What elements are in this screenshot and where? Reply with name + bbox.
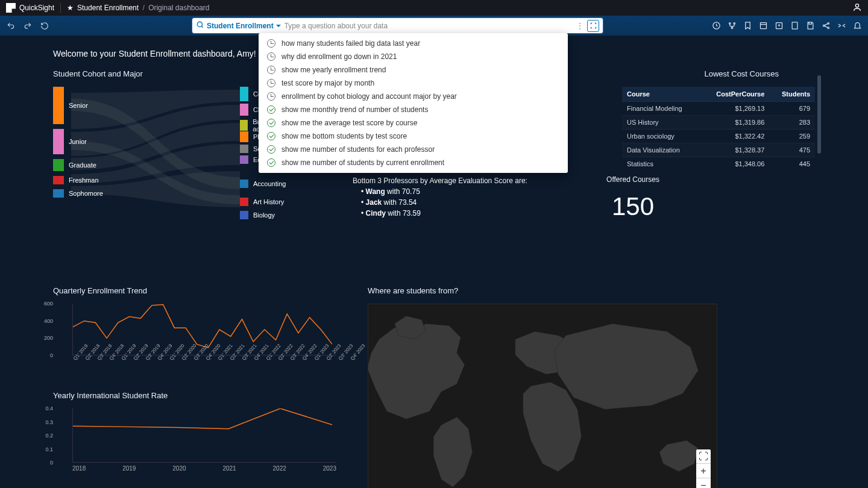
check-icon (267, 145, 275, 154)
table-row[interactable]: Urban sociology$1,322.42259 (622, 130, 815, 143)
kpi-offered-courses: Offered Courses 150 (597, 175, 669, 221)
suggestion-item[interactable]: why did enrollment go down in 2021 (259, 50, 568, 63)
major-label: Accounting (253, 180, 286, 187)
sheet-icon[interactable] (758, 21, 768, 31)
suggestion-item[interactable]: show me yearly enrollment trend (259, 63, 568, 77)
alert-icon[interactable] (852, 21, 862, 31)
kpi-value: 150 (597, 192, 669, 221)
favorite-star-icon[interactable]: ★ (67, 4, 74, 12)
export-icon[interactable] (774, 21, 784, 31)
insight-narrative: Bottom 3 Professors by Average Evaluatio… (353, 175, 527, 219)
reset-icon[interactable] (40, 21, 49, 31)
check-icon (267, 158, 275, 167)
cost-table-title: Lowest Cost Courses (622, 69, 779, 78)
clock-icon (267, 66, 275, 74)
svg-point-0 (855, 4, 858, 7)
share-icon[interactable] (821, 21, 831, 31)
suggestion-item[interactable]: enrollment by cohot biology and account … (259, 90, 568, 103)
major-label: Biology (253, 211, 275, 219)
table-row[interactable]: Statistics$1,348.06445 (622, 157, 815, 171)
map-zoom-out-button[interactable]: − (696, 478, 711, 488)
check-icon (267, 132, 275, 140)
clock-icon (267, 52, 275, 61)
suggestion-item[interactable]: show me number of students by current en… (259, 156, 568, 169)
suggestion-text: show me number of students by current en… (281, 158, 444, 167)
svg-point-3 (729, 23, 731, 25)
check-icon (267, 105, 275, 114)
suggestion-text: show me monthly trend of number of stude… (281, 105, 428, 114)
breadcrumb-root[interactable]: Student Enrollment (77, 4, 139, 12)
suggestion-item[interactable]: show me the average test score by course (259, 116, 568, 130)
col-students[interactable]: Students (769, 87, 815, 102)
user-menu-icon[interactable] (852, 2, 862, 14)
suggestion-text: how many students failed big data last y… (281, 39, 420, 48)
narrative-item: • Jack with 73.54 (353, 197, 527, 208)
suggestion-text: show me yearly enrollment trend (281, 66, 386, 74)
svg-point-1 (197, 22, 202, 27)
cohort-label: Graduate (69, 161, 96, 169)
undo-icon[interactable] (6, 21, 16, 31)
suggestion-item[interactable]: show me number of students for each prof… (259, 143, 568, 156)
cost-table[interactable]: Course CostPerCourse Students Financial … (622, 87, 815, 170)
svg-point-4 (734, 23, 735, 25)
map-fullscreen-icon[interactable]: ⛶ (696, 449, 711, 464)
world-map[interactable]: ⛶ + − Esri, HERE, Garmin, FAO, NOAA, USG… (368, 304, 717, 488)
col-course[interactable]: Course (622, 87, 700, 102)
q-menu-icon[interactable]: ⋮ (576, 22, 583, 30)
branch-icon[interactable] (727, 21, 737, 31)
cohort-label: Sophomore (69, 190, 103, 197)
col-cost[interactable]: CostPerCourse (700, 87, 769, 102)
chevron-down-icon[interactable] (276, 25, 281, 30)
save-icon[interactable] (805, 21, 815, 31)
suggestion-text: show me number of students for each prof… (281, 145, 435, 154)
suggestion-text: test score by major by month (281, 79, 374, 87)
svg-point-5 (731, 27, 733, 29)
table-row[interactable]: Data Visualization$1,328.37475 (622, 143, 815, 157)
suggestion-text: why did enrollment go down in 2021 (281, 52, 397, 61)
breadcrumb: Student Enrollment / Original dashboard (77, 4, 210, 12)
quicksight-logo[interactable]: QuickSight (6, 3, 54, 13)
q-icon (196, 20, 204, 31)
svg-point-9 (823, 25, 825, 27)
check-icon (267, 119, 275, 127)
quarterly-trend-chart[interactable]: Quarterly Enrollment Trend 0200400600 Q1… (53, 286, 336, 363)
map-title: Where are students from? (368, 286, 717, 295)
bookmark-icon[interactable] (743, 21, 752, 31)
app-name: QuickSight (19, 4, 54, 12)
major-label: Art History (253, 198, 284, 205)
breadcrumb-current[interactable]: Original dashboard (148, 4, 209, 13)
q-search-bar[interactable]: Student Enrollment Type a question about… (192, 17, 603, 34)
suggestion-item[interactable]: show me bottom students by test score (259, 130, 568, 143)
cohort-label: Freshman (69, 177, 99, 184)
scrollbar[interactable] (817, 75, 821, 154)
cohort-label: Senior (69, 102, 88, 109)
map-zoom-in-button[interactable]: + (696, 464, 711, 478)
yearly-rate-chart[interactable]: Yearly International Student Rate 00.10.… (53, 391, 336, 472)
table-row[interactable]: Financial Modeling$1,269.13679 (622, 102, 815, 116)
svg-point-11 (828, 27, 829, 29)
q-placeholder: Type a question about your data (285, 22, 576, 30)
print-icon[interactable] (790, 21, 799, 31)
table-row[interactable]: US History$1,319.86283 (622, 116, 815, 130)
schedule-icon[interactable] (711, 21, 721, 31)
svg-point-10 (828, 23, 829, 25)
clock-icon (267, 92, 275, 101)
separator (60, 3, 61, 13)
suggestion-item[interactable]: how many students failed big data last y… (259, 37, 568, 50)
suggestion-item[interactable]: test score by major by month (259, 77, 568, 90)
q-expand-icon[interactable] (587, 20, 599, 32)
fullscreen-icon[interactable] (837, 21, 846, 31)
narrative-item: • Cindy with 73.59 (353, 208, 527, 219)
suggestion-item[interactable]: show me monthly trend of number of stude… (259, 103, 568, 116)
map-controls: ⛶ + − (696, 449, 711, 488)
q-topic[interactable]: Student Enrollment (207, 22, 274, 30)
q-suggestions-dropdown: how many students failed big data last y… (259, 33, 568, 173)
chart-title: Quarterly Enrollment Trend (53, 286, 336, 295)
clock-icon (267, 39, 275, 48)
svg-rect-6 (760, 23, 766, 29)
redo-icon[interactable] (23, 21, 33, 31)
app-header: QuickSight ★ Student Enrollment / Origin… (0, 0, 868, 16)
cohort-label: Junior (69, 138, 87, 145)
student-origin-map-section: Where are students from? ⛶ + − Esri, HER… (368, 286, 717, 488)
clock-icon (267, 79, 275, 87)
